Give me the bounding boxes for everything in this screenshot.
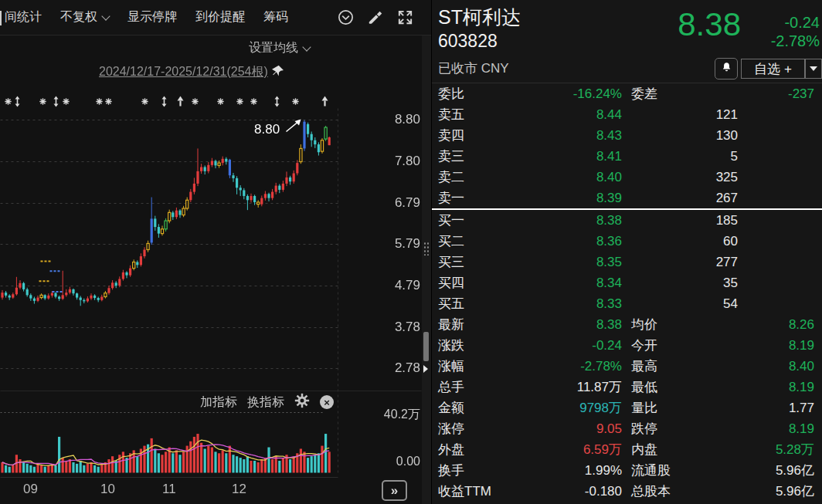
price-change: -0.24 -2.78% [771,13,820,50]
scrollbar-thumb[interactable] [423,332,429,361]
panel-splitter[interactable] [422,35,431,504]
stat-row: 换手1.99%流通股5.96亿 [432,460,822,481]
ask-row[interactable]: 卖一8.39267 [432,188,822,208]
stat-label: 内盘 [631,439,657,460]
toolbar-item-label: 到价提醒 [195,9,245,25]
ask-row[interactable]: 卖二8.40325 [432,167,822,188]
bid-row[interactable]: 买四8.3435 [432,272,822,293]
y-axis-label: 2.78 [377,360,420,376]
bid-label: 买二 [438,231,464,252]
ask-label: 卖五 [438,104,464,125]
stat-value: 9798万 [579,397,622,418]
bid-label: 买四 [438,272,464,293]
ask-row[interactable]: 卖三8.415 [432,146,822,167]
bid-price: 8.38 [596,210,622,231]
ask-price: 8.40 [596,167,622,188]
change-value: -0.24 [771,13,820,32]
stat-label: 今开 [631,335,657,356]
stat-row: 最新8.38均价8.26 [432,314,822,335]
bid-quantity: 60 [723,231,738,252]
y-axis-label: 8.80 [377,112,420,127]
stat-value: 8.19 [789,335,814,356]
weibi-label: 委比 [438,83,464,104]
ask-price: 8.41 [596,146,622,167]
ask-row[interactable]: 卖五8.44121 [432,104,822,125]
ask-quantity: 267 [716,188,738,208]
stat-value: -0.24 [592,335,622,356]
toolbar-item-1[interactable]: 间统计 [5,9,42,25]
ask-price: 8.39 [596,188,622,208]
stock-app-window: 间统计不复权显示停牌到价提醒筹码 [0,0,822,504]
ma-settings-button[interactable]: 设置均线 [249,40,310,56]
history-icon[interactable] [337,8,355,26]
stat-value: 8.40 [789,356,814,377]
toolbar-item-2[interactable]: 不复权 [60,9,109,25]
quote-panel: ST柯利达 603828 已收市 CNY 8.38 -0.24 -2.78% 自… [431,0,822,504]
bell-icon [721,62,732,76]
toolbar-item-label: 不复权 [60,9,97,25]
toolbar-item-5[interactable]: 筹码 [263,9,288,25]
add-watchlist-button[interactable]: 自选 + [741,59,805,79]
stat-row: 总手11.87万最低8.19 [432,377,822,397]
bid-price: 8.33 [596,293,622,314]
bid-price: 8.35 [596,252,622,272]
add-indicator-button[interactable]: 加指标 [200,394,237,411]
bid-row[interactable]: 买三8.35277 [432,252,822,272]
pin-icon[interactable] [272,65,284,79]
stat-label: 换手 [438,460,464,481]
stat-label: 最新 [438,314,464,335]
collapse-arrow-icon[interactable] [423,365,428,373]
alert-bell-button[interactable] [715,58,738,79]
weibi-row: 委比 -16.24% 委差 -237 [432,83,822,104]
volume-max-label: 40.2万 [369,407,420,423]
stat-value: 8.26 [789,314,814,335]
splitter-drag-handle-icon[interactable] [423,242,430,255]
bid-quantity: 54 [723,293,738,314]
change-percent: -2.78% [771,32,820,50]
date-range-label: 2024/12/17-2025/12/31(254根) [99,64,268,80]
bid-quantity: 35 [723,272,738,293]
bid-quantity: 185 [716,210,738,231]
stat-label: 量比 [631,397,657,418]
bid-price: 8.36 [596,231,622,252]
x-axis-label: 11 [162,482,176,497]
toolbar-item-label: 间统计 [5,9,42,25]
stat-value: 9.05 [596,418,622,439]
price-annotation: 8.80 [254,122,280,137]
y-axis-label: 6.79 [377,195,420,211]
stat-row: 外盘6.59万内盘5.28万 [432,439,822,460]
toolbar-item-4[interactable]: 到价提醒 [195,9,245,25]
ask-label: 卖四 [438,125,464,146]
y-axis-label: 4.79 [377,278,420,293]
bid-row[interactable]: 买五8.3354 [432,293,822,314]
stat-value: 8.19 [789,377,814,397]
stat-value: 11.87万 [577,377,622,397]
x-axis-label: 09 [23,482,38,497]
brush-icon[interactable] [367,9,384,26]
stat-value: 5.96亿 [776,460,814,481]
toolbar-item-label: 筹码 [263,9,288,25]
stat-value: 8.19 [789,418,814,439]
chart-panel: 间统计不复权显示停牌到价提醒筹码 [0,0,431,504]
stat-label: 总手 [438,377,464,397]
ask-quantity: 5 [731,146,738,167]
ask-label: 卖一 [438,188,464,208]
indicator-settings-gear-icon[interactable] [294,393,310,411]
stat-label: 涨停 [438,418,464,439]
bid-row[interactable]: 买一8.38185 [432,210,822,231]
expand-more-button[interactable]: » [382,480,407,501]
bid-quantity: 277 [716,252,738,272]
toolbar-item-3[interactable]: 显示停牌 [127,9,177,25]
watchlist-dropdown-button[interactable] [805,59,822,79]
stat-label: 总股本 [631,481,671,502]
fullscreen-icon[interactable] [396,8,414,26]
close-indicator-icon[interactable]: × [320,395,334,409]
bid-row[interactable]: 买二8.3660 [432,231,822,252]
ask-label: 卖二 [438,167,464,188]
switch-indicator-button[interactable]: 换指标 [247,394,284,411]
stat-value: 5.28万 [776,439,814,460]
ask-quantity: 130 [716,125,738,146]
date-range-link[interactable]: 2024/12/17-2025/12/31(254根) [99,64,284,80]
ask-row[interactable]: 卖四8.43130 [432,125,822,146]
stock-code: 603828 [438,31,498,52]
